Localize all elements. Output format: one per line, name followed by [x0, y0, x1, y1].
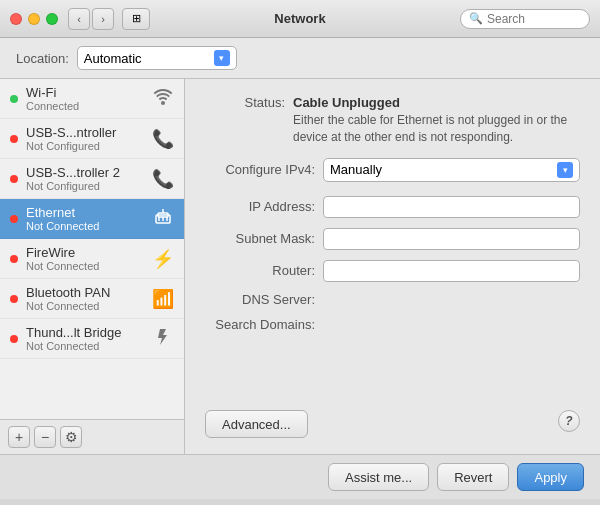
net-status: Not Connected: [26, 340, 144, 352]
ethernet-icon: [152, 207, 174, 230]
wifi-icon: [152, 87, 174, 110]
phone-icon: 📞: [152, 128, 174, 150]
assist-me-button[interactable]: Assist me...: [328, 463, 429, 491]
detail-panel: Status: Cable Unplugged Either the cable…: [185, 79, 600, 454]
forward-button[interactable]: ›: [92, 8, 114, 30]
location-arrow-icon: ▾: [214, 50, 230, 66]
advanced-button[interactable]: Advanced...: [205, 410, 308, 438]
net-status: Not Connected: [26, 300, 144, 312]
location-bar: Location: Automatic ▾: [0, 38, 600, 79]
list-item[interactable]: USB-S...ntroller Not Configured 📞: [0, 119, 184, 159]
configure-label: Configure IPv4:: [205, 162, 315, 177]
titlebar: ‹ › ⊞ Network 🔍: [0, 0, 600, 38]
configure-select[interactable]: Manually ▾: [323, 158, 580, 182]
sidebar: Wi-Fi Connected USB-S...ntroller: [0, 79, 185, 454]
thunderbolt-icon: [152, 327, 174, 350]
location-value: Automatic: [84, 51, 214, 66]
list-item[interactable]: Thund...lt Bridge Not Connected: [0, 319, 184, 359]
list-item[interactable]: FireWire Not Connected ⚡: [0, 239, 184, 279]
router-input[interactable]: [323, 260, 580, 282]
phone-icon: 📞: [152, 168, 174, 190]
search-domains-row: Search Domains:: [205, 317, 580, 332]
traffic-lights: [10, 13, 58, 25]
firewire-icon: ⚡: [152, 248, 174, 270]
net-status: Connected: [26, 100, 144, 112]
net-status: Not Configured: [26, 140, 144, 152]
dns-row: DNS Server:: [205, 292, 580, 307]
remove-button[interactable]: −: [34, 426, 56, 448]
net-name: Ethernet: [26, 205, 144, 220]
status-dot-red: [10, 135, 18, 143]
configure-value: Manually: [330, 162, 557, 177]
router-row: Router:: [205, 260, 580, 282]
status-dot-red: [10, 335, 18, 343]
add-button[interactable]: +: [8, 426, 30, 448]
list-item-ethernet[interactable]: Ethernet Not Connected: [0, 199, 184, 239]
net-name: USB-S...ntroller: [26, 125, 144, 140]
status-dot-red: [10, 175, 18, 183]
dns-label: DNS Server:: [205, 292, 315, 307]
subnet-label: Subnet Mask:: [205, 231, 315, 246]
close-button[interactable]: [10, 13, 22, 25]
bluetooth-icon: 📶: [152, 288, 174, 310]
status-label: Status:: [205, 95, 285, 110]
bottom-bar: Assist me... Revert Apply: [0, 454, 600, 499]
ip-input[interactable]: [323, 196, 580, 218]
maximize-button[interactable]: [46, 13, 58, 25]
location-label: Location:: [16, 51, 69, 66]
sidebar-toolbar: + − ⚙: [0, 419, 184, 454]
router-label: Router:: [205, 263, 315, 278]
status-dot-red: [10, 215, 18, 223]
revert-button[interactable]: Revert: [437, 463, 509, 491]
status-row: Status: Cable Unplugged Either the cable…: [205, 95, 580, 146]
net-name: Wi-Fi: [26, 85, 144, 100]
configure-row: Configure IPv4: Manually ▾: [205, 158, 580, 182]
status-dot-green: [10, 95, 18, 103]
search-icon: 🔍: [469, 12, 483, 25]
window-title: Network: [274, 11, 325, 26]
list-item[interactable]: Bluetooth PAN Not Connected 📶: [0, 279, 184, 319]
apply-button[interactable]: Apply: [517, 463, 584, 491]
net-status: Not Connected: [26, 220, 144, 232]
net-name: Bluetooth PAN: [26, 285, 144, 300]
location-select[interactable]: Automatic ▾: [77, 46, 237, 70]
minimize-button[interactable]: [28, 13, 40, 25]
search-domains-label: Search Domains:: [205, 317, 315, 332]
net-status: Not Connected: [26, 260, 144, 272]
subnet-input[interactable]: [323, 228, 580, 250]
nav-arrows: ‹ ›: [68, 8, 114, 30]
ip-label: IP Address:: [205, 199, 315, 214]
list-item[interactable]: Wi-Fi Connected: [0, 79, 184, 119]
status-dot-red: [10, 255, 18, 263]
ip-row: IP Address:: [205, 196, 580, 218]
net-name: USB-S...troller 2: [26, 165, 144, 180]
settings-button[interactable]: ⚙: [60, 426, 82, 448]
network-list: Wi-Fi Connected USB-S...ntroller: [0, 79, 184, 419]
status-value: Cable Unplugged: [293, 95, 573, 110]
detail-bottom-buttons: Advanced... ?: [205, 402, 580, 438]
status-dot-red: [10, 295, 18, 303]
configure-arrow-icon: ▾: [557, 162, 573, 178]
grid-button[interactable]: ⊞: [122, 8, 150, 30]
net-name: Thund...lt Bridge: [26, 325, 144, 340]
net-name: FireWire: [26, 245, 144, 260]
main-content: Wi-Fi Connected USB-S...ntroller: [0, 79, 600, 454]
search-box[interactable]: 🔍: [460, 9, 590, 29]
status-description: Either the cable for Ethernet is not plu…: [293, 112, 573, 146]
net-status: Not Configured: [26, 180, 144, 192]
search-input[interactable]: [487, 12, 581, 26]
back-button[interactable]: ‹: [68, 8, 90, 30]
list-item[interactable]: USB-S...troller 2 Not Configured 📞: [0, 159, 184, 199]
subnet-row: Subnet Mask:: [205, 228, 580, 250]
help-button[interactable]: ?: [558, 410, 580, 432]
